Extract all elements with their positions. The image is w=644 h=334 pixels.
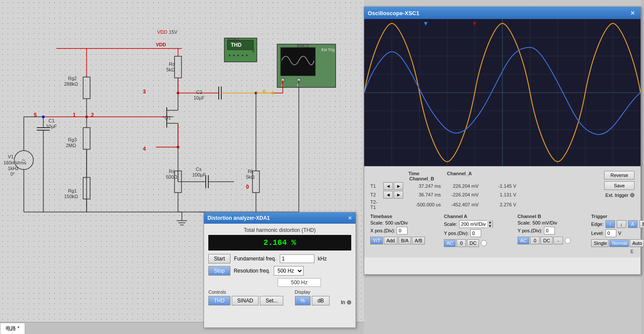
cha-ypos-input[interactable] <box>470 229 481 237</box>
right-scrollbar[interactable] <box>641 0 644 334</box>
cha-scale-val: 200 mV/Div <box>460 222 488 227</box>
da-thd-result: 2.164 % <box>208 235 351 250</box>
da-resfreq-row: Stop Resolution freq. 500 Hz <box>208 266 351 276</box>
save-button[interactable]: Save <box>604 181 634 190</box>
timebase-title: Timebase <box>370 214 427 219</box>
da-display-label: Display <box>295 289 330 295</box>
da-percent-btn[interactable]: % <box>295 296 311 305</box>
node-6: 6 <box>263 89 266 95</box>
da-fund-input[interactable] <box>280 254 314 263</box>
level-input[interactable] <box>605 229 616 237</box>
node-2: 2 <box>91 112 94 118</box>
cha-0-button[interactable]: 0 <box>456 239 466 247</box>
trigger-block: Trigger Edge: ↑ ↓ A B Ext Level: V Singl… <box>591 214 644 247</box>
bottom-area: E <box>368 247 637 255</box>
da-res-select[interactable]: 500 Hz <box>274 266 304 276</box>
chb-scale-value: 500 mV/Div <box>533 220 557 225</box>
c1-value: 10μF <box>46 124 57 129</box>
cha-ypos-label: Y pos.(Div): <box>444 231 469 236</box>
da-titlebar: Distortion analyzer-XDA1 ✕ <box>204 212 356 224</box>
ab-button[interactable]: A/B <box>412 237 425 244</box>
c2-label: C2 <box>196 90 202 95</box>
meas-hdr-cha: Channel_A <box>447 171 484 176</box>
level-label: Level: <box>591 231 604 236</box>
da-close-button[interactable]: ✕ <box>348 215 352 221</box>
chb-dash-button[interactable]: - <box>553 237 563 244</box>
rg1-value: 150kΩ <box>64 194 78 199</box>
edge-rising-btn[interactable]: ↑ <box>605 220 615 228</box>
da-fund-unit: kHz <box>318 256 327 262</box>
rl-value: 5kΩ <box>246 174 255 180</box>
add-button[interactable]: Add <box>384 237 398 244</box>
t2t1-time: -500.000 us <box>404 202 441 207</box>
circuit-tab[interactable]: 电路 * <box>0 323 25 334</box>
da-sinad-btn[interactable]: SINAD <box>232 296 259 305</box>
da-set-btn[interactable]: Set... <box>260 296 283 305</box>
svg-text:THD: THD <box>231 42 242 48</box>
t2-cha: -226.204 mV <box>442 192 479 197</box>
cha-scale-down[interactable]: ▼ <box>487 224 492 228</box>
rg1-label: Rg1 <box>68 188 77 193</box>
t2-right-btn[interactable]: ► <box>394 191 403 199</box>
ba-button[interactable]: B/A <box>398 237 411 244</box>
edge-label: Edge: <box>591 222 604 227</box>
auto-btn[interactable]: Auto <box>630 239 644 247</box>
svg-text:A: A <box>281 83 284 87</box>
chb-ypos-input[interactable] <box>544 227 555 234</box>
rs-value: 500Ω <box>166 174 178 180</box>
svg-text:B: B <box>297 83 300 87</box>
svg-point-90 <box>272 92 274 94</box>
t2-time: 36.747 ms <box>404 192 441 197</box>
chb-0-button[interactable]: 0 <box>530 237 540 244</box>
e-label: E <box>631 249 634 254</box>
yt-button[interactable]: Y/T <box>370 237 383 244</box>
cha-dc-button[interactable]: DC <box>467 239 479 247</box>
reverse-button[interactable]: Reverse <box>604 171 634 180</box>
v1-label: V1 <box>8 154 13 159</box>
q1-label: Q1 <box>165 115 171 120</box>
da-res-label: Resolution freq. <box>234 268 270 274</box>
cha-scale-up[interactable]: ▲ <box>487 220 492 224</box>
t1-left-btn[interactable]: ◄ <box>383 182 393 190</box>
timebase-block: Timebase Scale: 500 us/Div X pos.(Div): … <box>370 214 427 244</box>
channel-a-block: Channel A Scale: 200 mV/Div ▲ ▼ Y pos.(D… <box>444 214 500 247</box>
da-db-btn[interactable]: dB <box>312 296 330 305</box>
node-5: 5 <box>34 112 37 118</box>
t1-right-btn[interactable]: ► <box>394 182 403 190</box>
t1-time: 37.247 ms <box>404 183 441 189</box>
vdd-voltage: 15V <box>169 29 178 35</box>
svg-text:Ext Trig: Ext Trig <box>321 48 335 52</box>
node-0: 0 <box>246 184 249 190</box>
da-thd-btn[interactable]: THD <box>208 296 230 305</box>
da-stop-button[interactable]: Stop <box>208 266 230 276</box>
da-content: Total harmonic distortion (THD) 2.164 % … <box>204 224 356 309</box>
cha-ac-button[interactable]: AC <box>444 239 456 247</box>
trigger-a-btn[interactable]: A <box>628 220 638 228</box>
da-start-button[interactable]: Start <box>208 254 230 263</box>
t1-label: T1 <box>370 183 382 189</box>
chb-radio[interactable] <box>565 238 571 244</box>
da-in-label: In <box>341 299 345 305</box>
osc-controls-area: Time Channel_A Channel_B T1 ◄ ► 37.247 m… <box>364 166 641 257</box>
trigger-b-btn[interactable]: B <box>639 220 644 228</box>
svg-point-42 <box>177 146 179 148</box>
da-thd-title: Total harmonic distortion (THD) <box>208 227 351 233</box>
osc-close-button[interactable]: ✕ <box>628 10 637 16</box>
c2-value: 10μF <box>194 95 204 100</box>
single-btn[interactable]: Single <box>591 239 608 247</box>
osc-titlebar: Oscilloscope-XSC1 ✕ <box>364 7 641 19</box>
svg-point-71 <box>246 55 248 56</box>
cha-scale-spinbox: 200 mV/Div ▲ ▼ <box>459 220 493 228</box>
normal-btn[interactable]: Normal <box>609 239 629 247</box>
cha-radio[interactable] <box>481 240 487 246</box>
chb-ac-button[interactable]: AC <box>518 237 529 244</box>
chb-dc-button[interactable]: DC <box>540 237 553 244</box>
t2-left-btn[interactable]: ◄ <box>383 191 393 199</box>
rd-value: 5kΩ <box>166 67 175 72</box>
t2-label: T2 <box>370 192 382 197</box>
timebase-scale-label: Scale: <box>370 220 384 225</box>
rg2-value: 288kΩ <box>64 81 78 87</box>
edge-falling-btn[interactable]: ↓ <box>617 220 626 228</box>
timebase-xpos-input[interactable] <box>397 227 408 234</box>
cha-scale-label: Scale: <box>444 222 457 227</box>
